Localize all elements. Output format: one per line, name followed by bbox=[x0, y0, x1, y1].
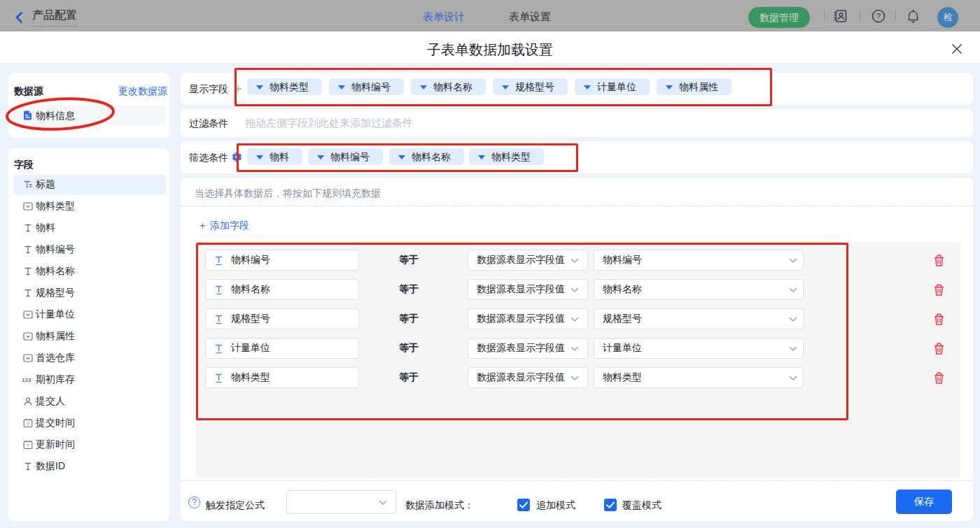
svg-text:7: 7 bbox=[27, 422, 29, 427]
svg-text:7: 7 bbox=[27, 443, 29, 448]
svg-text:?: ? bbox=[876, 12, 881, 20]
